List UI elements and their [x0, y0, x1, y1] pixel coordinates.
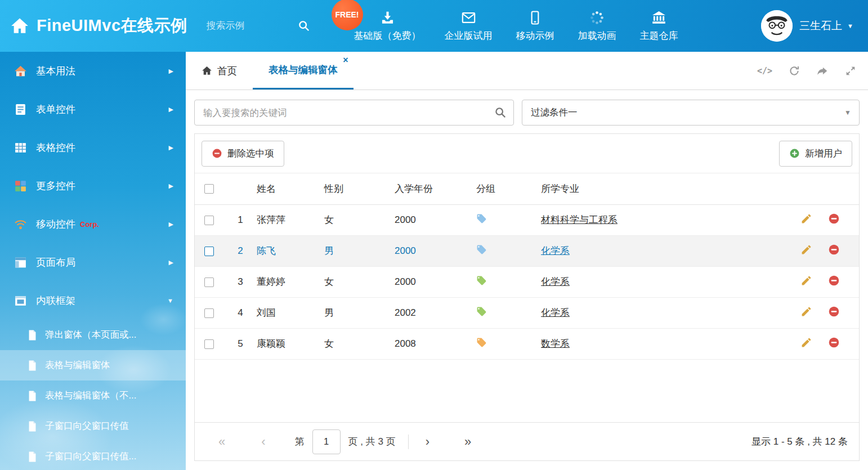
chevron-right-icon: ▶	[169, 68, 173, 75]
sidebar-item-iframe[interactable]: 内联框架 ▼	[0, 281, 186, 320]
edit-pencil-icon[interactable]	[800, 213, 812, 225]
col-header-group[interactable]: 分组	[476, 173, 541, 204]
edit-pencil-icon[interactable]	[800, 337, 812, 348]
sidebar-subitem-child-to-parent-2[interactable]: 子窗口向父窗口传值...	[0, 441, 186, 470]
header-search	[207, 20, 310, 32]
major-link[interactable]: 数学系	[541, 338, 570, 349]
expand-icon[interactable]	[844, 65, 857, 77]
sidebar-item-label: 内联框架	[36, 294, 75, 307]
select-all-checkbox[interactable]	[204, 184, 214, 194]
row-checkbox[interactable]	[204, 216, 214, 225]
row-index: 4	[224, 297, 257, 328]
app-window: FineUIMvc在线示例 FREE! 基础版（免费） 企业版试用	[0, 0, 868, 470]
pagination-bar: « ‹ 第 页 , 共 3 页 › » 显示 1 - 5 条 , 共 12 条	[195, 422, 859, 460]
house-icon	[14, 64, 28, 78]
sidebar-item-basic-usage[interactable]: 基本用法 ▶	[0, 52, 186, 90]
row-index: 5	[224, 328, 257, 359]
refresh-icon[interactable]	[788, 65, 800, 77]
edit-pencil-icon[interactable]	[800, 244, 812, 256]
delete-minus-icon[interactable]	[828, 213, 840, 225]
col-header-major[interactable]: 所学专业	[541, 173, 791, 204]
nav-item-mobile-demo[interactable]: 移动示例	[516, 10, 554, 42]
sidebar-item-mobile-controls[interactable]: 移动控件 Corp. ▶	[0, 205, 186, 243]
cell-gender: 女	[324, 266, 395, 297]
major-link[interactable]: 化学系	[541, 276, 570, 287]
user-menu[interactable]: 三生石上 ▼	[761, 10, 853, 42]
major-link[interactable]: 材料科学与工程系	[541, 214, 618, 225]
search-icon[interactable]	[298, 20, 310, 32]
major-link[interactable]: 化学系	[541, 245, 570, 256]
cell-year: 2000	[395, 235, 476, 266]
chevron-right-icon: ▶	[169, 259, 173, 266]
user-caret-down-icon: ▼	[847, 23, 853, 29]
sidebar-item-more-controls[interactable]: 更多控件 ▶	[0, 167, 186, 205]
nav-label: 主题仓库	[640, 29, 678, 42]
tab-home[interactable]: 首页	[186, 52, 253, 89]
first-page-button[interactable]: «	[218, 436, 225, 448]
sidebar-subitem-popup-window[interactable]: 弹出窗体（本页面或...	[0, 320, 186, 350]
row-checkbox[interactable]	[204, 277, 214, 287]
cell-gender: 女	[324, 328, 395, 359]
tab-close-icon[interactable]: ×	[343, 56, 348, 65]
row-index: 1	[224, 204, 257, 235]
table-row[interactable]: 4 刘国 男 2002 化学系	[195, 297, 859, 328]
grid-panel: 删除选中项 新增用户	[194, 133, 860, 461]
tab-grid-edit-window[interactable]: 表格与编辑窗体 ×	[253, 52, 354, 89]
pagination-summary: 显示 1 - 5 条 , 共 12 条	[751, 435, 848, 448]
table-row[interactable]: 2 陈飞 男 2000 化学系	[195, 235, 859, 266]
delete-minus-icon[interactable]	[828, 244, 840, 256]
delete-minus-icon[interactable]	[828, 275, 840, 287]
delete-selected-button[interactable]: 删除选中项	[202, 141, 284, 167]
edit-pencil-icon[interactable]	[800, 306, 812, 317]
delete-minus-icon[interactable]	[828, 337, 840, 348]
col-header-year[interactable]: 入学年份	[395, 173, 476, 204]
filter-row: 过滤条件一 ▼	[194, 100, 860, 126]
row-checkbox[interactable]	[204, 339, 214, 349]
sidebar-item-grid-controls[interactable]: 表格控件 ▶	[0, 128, 186, 167]
page-label-suffix: 页 , 共 3 页	[348, 435, 396, 448]
filter-dropdown[interactable]: 过滤条件一 ▼	[522, 100, 860, 126]
sidebar-item-page-layout[interactable]: 页面布局 ▶	[0, 243, 186, 281]
page-number-input[interactable]	[312, 429, 341, 454]
sidebar-subitem-grid-edit-window-2[interactable]: 表格与编辑窗体（不...	[0, 381, 186, 411]
delete-minus-icon[interactable]	[828, 306, 840, 317]
major-link[interactable]: 化学系	[541, 307, 570, 318]
table-row[interactable]: 5 康颖颖 女 2008 数学系	[195, 328, 859, 359]
next-page-button[interactable]: ›	[426, 436, 429, 448]
nav-item-theme-store[interactable]: 主题仓库	[640, 10, 678, 42]
table-row[interactable]: 1 张萍萍 女 2000 材料科学与工程系	[195, 204, 859, 235]
data-grid: 姓名 性别 入学年份 分组 所学专业 1	[195, 173, 859, 360]
home-logo-icon[interactable]	[10, 16, 29, 35]
nav-item-loading-animation[interactable]: 加载动画	[578, 10, 616, 42]
tag-icon	[476, 275, 487, 286]
sidebar-item-form-controls[interactable]: 表单控件 ▶	[0, 90, 186, 128]
file-icon	[27, 451, 38, 463]
share-forward-icon[interactable]	[816, 65, 829, 77]
sidebar-subitem-child-to-parent[interactable]: 子窗口向父窗口传值	[0, 411, 186, 441]
row-checkbox[interactable]	[204, 308, 214, 318]
keyword-search-input[interactable]	[194, 100, 514, 126]
add-user-button[interactable]: 新增用户	[779, 141, 852, 167]
plus-circle-icon	[789, 148, 800, 159]
source-code-icon[interactable]: </>	[757, 65, 772, 77]
keyword-search	[194, 100, 514, 126]
nav-item-enterprise-trial[interactable]: 企业版试用	[445, 10, 493, 42]
sidebar-item-label: 基本用法	[36, 64, 75, 78]
search-icon[interactable]	[494, 106, 507, 119]
col-header-gender[interactable]: 性别	[324, 173, 395, 204]
nav-item-basic-edition[interactable]: FREE! 基础版（免费）	[354, 10, 421, 42]
tab-tools: </>	[757, 52, 857, 89]
sidebar-subitem-label: 子窗口向父窗口传值	[45, 420, 129, 432]
col-header-name[interactable]: 姓名	[257, 173, 324, 204]
row-checkbox[interactable]	[204, 247, 214, 256]
edit-pencil-icon[interactable]	[800, 275, 812, 287]
sidebar-item-label: 更多控件	[36, 179, 75, 193]
header-search-input[interactable]	[207, 20, 291, 32]
sidebar-subitem-grid-edit-window[interactable]: 表格与编辑窗体	[0, 350, 186, 381]
chevron-down-icon: ▼	[167, 297, 173, 304]
cell-year: 2002	[395, 297, 476, 328]
prev-page-button[interactable]: ‹	[261, 436, 265, 448]
last-page-button[interactable]: »	[464, 436, 471, 448]
blocks-icon	[14, 179, 28, 193]
table-row[interactable]: 3 董婷婷 女 2000 化学系	[195, 266, 859, 297]
